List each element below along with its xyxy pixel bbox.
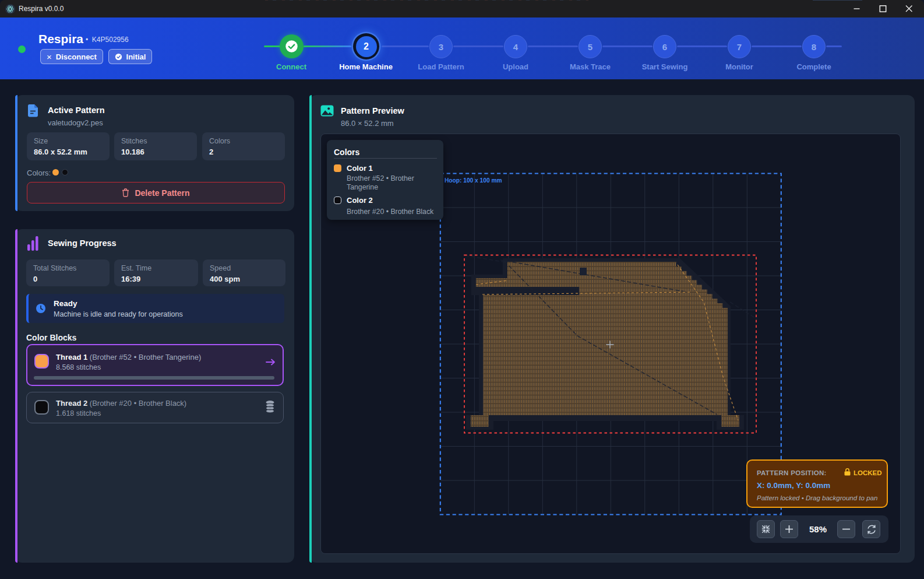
svg-text:Hoop: 100 x 100 mm: Hoop: 100 x 100 mm	[445, 177, 502, 184]
